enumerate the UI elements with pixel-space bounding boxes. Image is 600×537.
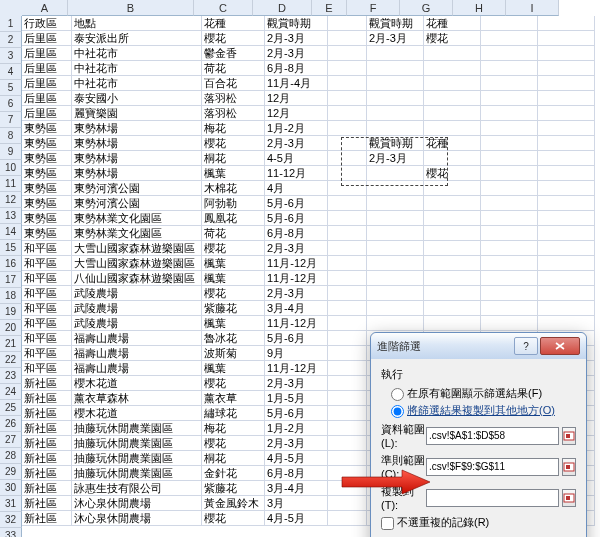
row-header[interactable]: 4 xyxy=(0,64,22,80)
cell[interactable]: 櫻花 xyxy=(202,31,265,46)
cell[interactable]: 東勢林場 xyxy=(72,166,202,181)
row-header[interactable]: 8 xyxy=(0,128,22,144)
cell[interactable]: 2月-3月 xyxy=(265,136,328,151)
cell[interactable] xyxy=(538,241,595,256)
cell[interactable] xyxy=(538,46,595,61)
cell[interactable] xyxy=(538,181,595,196)
cell[interactable] xyxy=(481,91,538,106)
cell[interactable]: 櫻花 xyxy=(202,241,265,256)
cell[interactable]: 八仙山國家森林遊樂園區 xyxy=(72,271,202,286)
cell[interactable]: 后里區 xyxy=(22,76,72,91)
cell[interactable]: 詠惠生技有限公司 xyxy=(72,481,202,496)
cell[interactable]: 觀賞時期 xyxy=(367,16,424,31)
cell[interactable] xyxy=(538,316,595,331)
cell[interactable]: 桐花 xyxy=(202,451,265,466)
row-header[interactable]: 14 xyxy=(0,224,22,240)
cell[interactable] xyxy=(328,271,367,286)
cell[interactable]: 2月-3月 xyxy=(265,436,328,451)
cell[interactable] xyxy=(538,211,595,226)
cell[interactable] xyxy=(367,316,424,331)
cell[interactable] xyxy=(328,256,367,271)
col-header-G[interactable]: G xyxy=(400,0,453,16)
cell[interactable]: 波斯菊 xyxy=(202,346,265,361)
cell[interactable]: 東勢區 xyxy=(22,181,72,196)
cell[interactable]: 花種 xyxy=(424,136,481,151)
cell[interactable]: 櫻花 xyxy=(424,31,481,46)
cell[interactable]: 11月-12月 xyxy=(265,271,328,286)
cell[interactable] xyxy=(481,106,538,121)
cell[interactable]: 櫻花 xyxy=(202,286,265,301)
cell[interactable] xyxy=(367,61,424,76)
cell[interactable] xyxy=(538,166,595,181)
cell[interactable]: 大雪山國家森林遊樂園區 xyxy=(72,256,202,271)
cell[interactable] xyxy=(424,181,481,196)
cell[interactable]: 福壽山農場 xyxy=(72,331,202,346)
cell[interactable] xyxy=(328,196,367,211)
cell[interactable] xyxy=(481,226,538,241)
cell[interactable]: 抽藤玩休閒農業園區 xyxy=(72,436,202,451)
row-header[interactable]: 30 xyxy=(0,480,22,496)
cell[interactable]: 5月-6月 xyxy=(265,196,328,211)
cell[interactable] xyxy=(481,46,538,61)
cell[interactable]: 新社區 xyxy=(22,451,72,466)
col-header-C[interactable]: C xyxy=(194,0,253,16)
col-header-I[interactable]: I xyxy=(506,0,559,16)
criteria-range-input[interactable] xyxy=(426,458,559,476)
row-header[interactable]: 20 xyxy=(0,320,22,336)
cell[interactable]: 12月 xyxy=(265,106,328,121)
cell[interactable] xyxy=(424,91,481,106)
cell[interactable] xyxy=(328,511,367,526)
cell[interactable] xyxy=(481,271,538,286)
cell[interactable] xyxy=(328,46,367,61)
cell[interactable]: 東勢林場 xyxy=(72,121,202,136)
cell[interactable] xyxy=(328,436,367,451)
cell[interactable]: 百合花 xyxy=(202,76,265,91)
cell[interactable]: 2月-3月 xyxy=(265,31,328,46)
cell[interactable] xyxy=(328,211,367,226)
cell[interactable] xyxy=(424,121,481,136)
cell[interactable]: 薰衣草森林 xyxy=(72,391,202,406)
cell[interactable] xyxy=(328,166,367,181)
row-header[interactable]: 24 xyxy=(0,384,22,400)
cell[interactable] xyxy=(328,106,367,121)
row-header[interactable]: 17 xyxy=(0,272,22,288)
radio-copy-to[interactable]: 將篩選結果複製到其他地方(O) xyxy=(391,403,576,418)
cell[interactable]: 6月-8月 xyxy=(265,466,328,481)
cell[interactable]: 2月-3月 xyxy=(265,376,328,391)
cell[interactable]: 新社區 xyxy=(22,481,72,496)
row-header[interactable]: 2 xyxy=(0,32,22,48)
cell[interactable]: 花種 xyxy=(424,16,481,31)
cell[interactable] xyxy=(367,301,424,316)
col-header-F[interactable]: F xyxy=(347,0,400,16)
cell[interactable] xyxy=(328,16,367,31)
cell[interactable]: 東勢林業文化園區 xyxy=(72,226,202,241)
cell[interactable] xyxy=(424,271,481,286)
cell[interactable]: 落羽松 xyxy=(202,91,265,106)
col-header-E[interactable]: E xyxy=(312,0,347,16)
cell[interactable] xyxy=(328,451,367,466)
row-header[interactable]: 15 xyxy=(0,240,22,256)
cell[interactable]: 3月 xyxy=(265,496,328,511)
cell[interactable]: 東勢區 xyxy=(22,196,72,211)
cell[interactable]: 武陵農場 xyxy=(72,316,202,331)
cell[interactable] xyxy=(328,406,367,421)
cell[interactable]: 楓葉 xyxy=(202,256,265,271)
cell[interactable]: 抽藤玩休閒農業園區 xyxy=(72,421,202,436)
cell[interactable]: 觀賞時期 xyxy=(265,16,328,31)
cell[interactable]: 9月 xyxy=(265,346,328,361)
row-header[interactable]: 6 xyxy=(0,96,22,112)
cell[interactable]: 紫藤花 xyxy=(202,481,265,496)
row-header[interactable]: 7 xyxy=(0,112,22,128)
cell[interactable] xyxy=(538,106,595,121)
cell[interactable]: 11月-12月 xyxy=(265,316,328,331)
cell[interactable] xyxy=(367,106,424,121)
cell[interactable]: 2月-3月 xyxy=(367,151,424,166)
cell[interactable]: 東勢區 xyxy=(22,136,72,151)
cell[interactable] xyxy=(481,76,538,91)
cell[interactable] xyxy=(538,256,595,271)
cell[interactable]: 后里區 xyxy=(22,46,72,61)
cell[interactable] xyxy=(481,181,538,196)
cell[interactable]: 東勢河濱公園 xyxy=(72,181,202,196)
row-header[interactable]: 16 xyxy=(0,256,22,272)
cell[interactable]: 地點 xyxy=(72,16,202,31)
